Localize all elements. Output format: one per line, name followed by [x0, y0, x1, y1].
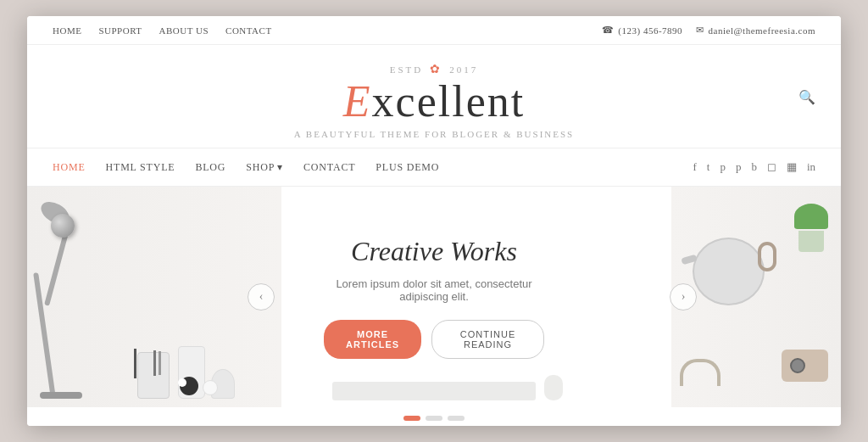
phone-info: ☎ (123) 456-7890: [602, 25, 682, 36]
lamp-arm-upper: [44, 231, 69, 305]
kettle-body: [693, 238, 765, 305]
plant-leaves: [794, 204, 828, 229]
mouse-obj: [544, 375, 563, 400]
linkedin-icon[interactable]: in: [807, 160, 815, 174]
instagram-icon[interactable]: ◻: [767, 160, 776, 174]
main-nav: HOME HTML STYLE BLOG SHOP ▾ CONTACT PLUS…: [27, 148, 841, 187]
logo-tagline: A Beautyful Theme For Bloger & Business: [53, 129, 815, 139]
dot-1[interactable]: [403, 416, 420, 421]
logo: Excellent: [53, 80, 815, 124]
chevron-down-icon: ▾: [277, 161, 283, 174]
topnav-home[interactable]: HOME: [53, 25, 81, 36]
pencil1: [134, 349, 136, 378]
estd-line: ESTD ✿ 2017: [53, 62, 815, 76]
top-contact-info: ☎ (123) 456-7890 ✉ daniel@themefreesia.c…: [602, 25, 815, 36]
mail-icon: ✉: [696, 25, 704, 36]
blogger-icon[interactable]: b: [751, 160, 757, 174]
keyboard-obj: [332, 382, 536, 400]
more-articles-button[interactable]: MORE ARTICLES: [324, 320, 421, 359]
continue-reading-button[interactable]: CONTINUE READING: [431, 320, 544, 359]
slider-dots: [27, 407, 841, 426]
main-nav-links: HOME HTML STYLE BLOG SHOP ▾ CONTACT PLUS…: [53, 161, 439, 174]
logo-initial: E: [343, 77, 372, 126]
plant-pot: [798, 231, 824, 252]
phone-icon: ☎: [602, 25, 615, 36]
hero-buttons: MORE ARTICLES CONTINUE READING: [324, 320, 544, 359]
hero-description: Lorem ipsum dolor sit amet, consectetur …: [324, 277, 544, 303]
email-info: ✉ daniel@themefreesia.com: [696, 25, 815, 36]
year-label: 2017: [449, 64, 478, 75]
topnav-support[interactable]: SUPPORT: [98, 25, 142, 36]
camera-obj: [782, 350, 828, 382]
nav-html-style[interactable]: HTML STYLE: [106, 161, 175, 174]
nav-plus-demo[interactable]: PLUS DEMO: [376, 161, 439, 174]
pinterest2-icon[interactable]: p: [736, 160, 742, 174]
nav-shop[interactable]: SHOP ▾: [246, 161, 283, 174]
nav-blog[interactable]: BLOG: [195, 161, 225, 174]
headphones-obj: [680, 359, 721, 386]
lamp-base: [40, 392, 82, 399]
kettle-scene: [680, 195, 832, 399]
hero-content: Creative Works Lorem ipsum dolor sit ame…: [290, 219, 578, 376]
pencil3: [159, 351, 161, 375]
header: ESTD ✿ 2017 Excellent A Beautyful Theme …: [27, 45, 841, 148]
dot-3[interactable]: [448, 416, 465, 421]
facebook-icon[interactable]: f: [693, 160, 696, 174]
white-ball: [203, 380, 218, 395]
topnav-about[interactable]: ABOUT US: [159, 25, 209, 36]
nav-home[interactable]: HOME: [53, 161, 86, 174]
panda-face: [178, 378, 186, 387]
estd-label: ESTD: [390, 64, 424, 75]
top-nav: HOME SUPPORT ABOUT US CONTACT: [53, 25, 272, 36]
search-icon[interactable]: 🔍: [798, 88, 815, 104]
hero-left-image: [27, 187, 281, 407]
phone-number: (123) 456-7890: [618, 25, 682, 36]
twitter-icon[interactable]: t: [707, 160, 710, 174]
medium-icon[interactable]: ▦: [787, 160, 797, 174]
slider-next-button[interactable]: ›: [670, 283, 697, 311]
lamp-globe: [51, 214, 75, 238]
kettle-handle: [758, 242, 776, 271]
email-address: daniel@themefreesia.com: [709, 25, 815, 36]
camera-lens: [790, 358, 805, 373]
pinterest-icon[interactable]: p: [720, 160, 726, 174]
logo-rest: xcellent: [372, 77, 526, 126]
dot-2[interactable]: [426, 416, 442, 421]
flower-icon: ✿: [430, 62, 442, 76]
hero-title: Creative Works: [324, 236, 544, 267]
top-bar: HOME SUPPORT ABOUT US CONTACT ☎ (123) 45…: [27, 16, 841, 45]
hero-right-image: [671, 187, 841, 407]
desk-scene: [36, 195, 273, 399]
browser-window: HOME SUPPORT ABOUT US CONTACT ☎ (123) 45…: [27, 16, 841, 426]
slider-prev-button[interactable]: ‹: [248, 283, 275, 311]
topnav-contact[interactable]: CONTACT: [225, 25, 272, 36]
nav-contact[interactable]: CONTACT: [303, 161, 355, 174]
plant: [798, 204, 828, 252]
hero-slider: ‹ Creative Works Lorem ipsum dolor sit a…: [27, 187, 841, 407]
social-icons: f t p p b ◻ ▦ in: [693, 160, 815, 174]
pencil-cup: [137, 352, 170, 399]
pencil2: [153, 350, 156, 376]
